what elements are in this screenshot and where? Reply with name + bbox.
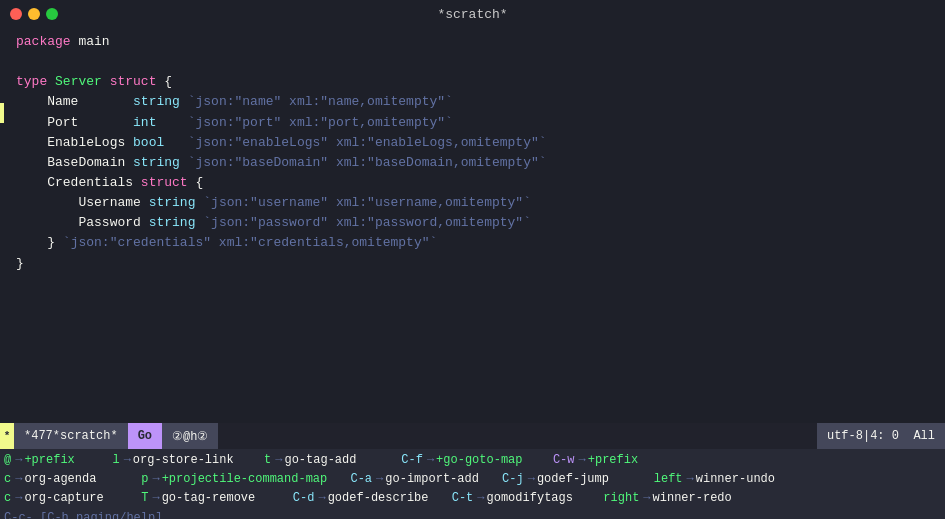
hint-cmd: org-agenda xyxy=(24,470,125,489)
hint-row-3: c → org-capture T → go-tag-remove C-d → … xyxy=(4,489,941,508)
hint-key: C-f xyxy=(401,451,423,470)
hint-cmd: +projectile-command-map xyxy=(162,470,335,489)
hint-key: C-w xyxy=(553,451,575,470)
hint-cmd: go-import-add xyxy=(385,470,486,489)
hint-key: C-t xyxy=(452,489,474,508)
mode-position: utf-8 | 4: 0 All xyxy=(817,423,945,449)
hint-key: c xyxy=(4,470,11,489)
close-button[interactable] xyxy=(10,8,22,20)
hint-key: T xyxy=(141,489,148,508)
code-line: Port int `json:"port" xml:"port,omitempt… xyxy=(16,113,937,133)
bottom-hints: @ → +prefix l → org-store-link t → go-ta… xyxy=(0,449,945,519)
code-line xyxy=(16,395,937,415)
hint-cmd: org-capture xyxy=(24,489,125,508)
mode-unicode: ②@h② xyxy=(162,423,218,449)
hint-cmd: +go-goto-map xyxy=(436,451,537,470)
mode-buffer-name: *scratch* xyxy=(53,429,118,443)
code-line: } `json:"credentials" xml:"credentials,o… xyxy=(16,233,937,253)
hint-key: c xyxy=(4,489,11,508)
code-area[interactable]: package main type Server struct { Name s… xyxy=(8,28,945,423)
mode-line-count: 477 xyxy=(31,429,53,443)
hint-key: p xyxy=(141,470,148,489)
hint-key: C-j xyxy=(502,470,524,489)
hint-key: C-a xyxy=(350,470,372,489)
code-line xyxy=(16,415,937,423)
code-line xyxy=(16,52,937,72)
line-gutter xyxy=(0,28,8,423)
hint-cmd: godef-describe xyxy=(328,489,436,508)
maximize-button[interactable] xyxy=(46,8,58,20)
hint-key: left xyxy=(654,470,683,489)
hint-key: @ xyxy=(4,451,11,470)
hint-cmd: org-store-link xyxy=(133,451,248,470)
hint-cmd: +prefix xyxy=(24,451,96,470)
title-bar: *scratch* xyxy=(0,0,945,28)
line-marker xyxy=(0,103,4,123)
hint-cmd: +prefix xyxy=(588,451,638,470)
hint-cmd: winner-undo xyxy=(696,470,775,489)
code-line: Password string `json:"password" xml:"pa… xyxy=(16,213,937,233)
code-line xyxy=(16,314,937,334)
minibuffer-hint: C-c- [C-h paging/help] xyxy=(4,509,162,519)
mode-buffer[interactable]: * 477 *scratch* xyxy=(14,423,128,449)
mode-indicator: * xyxy=(0,423,14,449)
code-line xyxy=(16,274,937,294)
hint-key: l xyxy=(112,451,119,470)
hint-row-4: C-c- [C-h paging/help] xyxy=(4,509,941,519)
hint-key: right xyxy=(603,489,639,508)
hint-cmd: go-tag-remove xyxy=(162,489,277,508)
mode-modified: * xyxy=(24,429,31,443)
hint-row-2: c → org-agenda p → +projectile-command-m… xyxy=(4,470,941,489)
code-line xyxy=(16,374,937,394)
mode-line: * * 477 *scratch* Go ②@h② utf-8 | 4: 0 A… xyxy=(0,423,945,449)
code-line: Name string `json:"name" xml:"name,omite… xyxy=(16,92,937,112)
hint-cmd: godef-jump xyxy=(537,470,638,489)
code-line xyxy=(16,354,937,374)
code-line xyxy=(16,334,937,354)
code-line: Username string `json:"username" xml:"us… xyxy=(16,193,937,213)
mode-major[interactable]: Go xyxy=(128,423,162,449)
window-title: *scratch* xyxy=(437,7,507,22)
code-line: type Server struct { xyxy=(16,72,937,92)
hint-key: t xyxy=(264,451,271,470)
hint-key: C-d xyxy=(293,489,315,508)
code-line xyxy=(16,294,937,314)
minimize-button[interactable] xyxy=(28,8,40,20)
hint-cmd: gomodifytags xyxy=(487,489,588,508)
code-line: BaseDomain string `json:"baseDomain" xml… xyxy=(16,153,937,173)
code-line: Credentials struct { xyxy=(16,173,937,193)
editor-area: package main type Server struct { Name s… xyxy=(0,28,945,423)
hint-cmd: go-tag-add xyxy=(284,451,385,470)
hint-cmd: winner-redo xyxy=(653,489,732,508)
code-line: package main xyxy=(16,32,937,52)
code-line: } xyxy=(16,254,937,274)
code-line: EnableLogs bool `json:"enableLogs" xml:"… xyxy=(16,133,937,153)
window-controls xyxy=(10,8,58,20)
hint-row-1: @ → +prefix l → org-store-link t → go-ta… xyxy=(4,451,941,470)
